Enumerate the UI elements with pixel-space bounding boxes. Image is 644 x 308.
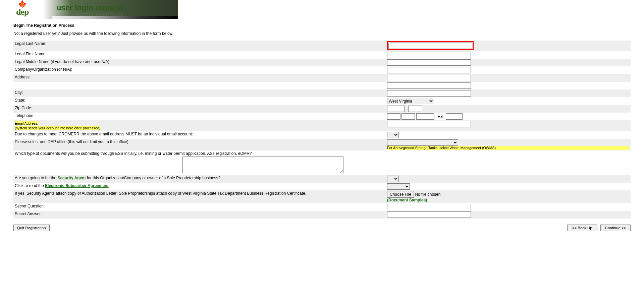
intro-text: Not a registered user yet? Just provide …	[13, 31, 631, 36]
ext-label: Ext:	[438, 114, 445, 119]
address1-input[interactable]	[387, 75, 471, 81]
security-agent-select[interactable]	[387, 176, 399, 182]
doc-type-textarea[interactable]	[182, 157, 343, 173]
secret-question-input[interactable]	[387, 204, 471, 210]
address2-input[interactable]	[387, 82, 471, 89]
zip1-input[interactable]	[387, 106, 405, 112]
dep-office-select[interactable]	[387, 139, 458, 146]
label-address: Address:	[13, 74, 386, 82]
first-name-input[interactable]	[387, 52, 471, 58]
ext-input[interactable]	[446, 113, 463, 120]
cromerr-select[interactable]	[387, 132, 399, 138]
banner-stripe	[52, 16, 178, 19]
label-secret-q: Secret Question:	[13, 203, 386, 211]
back-up-button[interactable]: << Back Up	[567, 225, 597, 231]
security-agent-link[interactable]: Security Agent	[57, 176, 86, 180]
label-state: State:	[13, 97, 386, 105]
esa-link[interactable]: Electronic Subscriber Agreement	[45, 183, 109, 188]
label-telephone: Telephone:	[13, 113, 386, 120]
tel3-input[interactable]	[416, 113, 434, 120]
security-agent-post: for this Organization/Company or owner o…	[86, 176, 221, 180]
label-attach: If yes, Security Agents attach copy of A…	[13, 190, 386, 203]
banner-title: user login request	[56, 3, 123, 12]
label-email-note: (system sends your account info here onc…	[15, 126, 100, 130]
logo-text: dep	[16, 8, 29, 16]
esa-pre: Click to read the	[15, 183, 45, 188]
label-city: City:	[13, 89, 386, 97]
company-input[interactable]	[387, 67, 471, 73]
secret-answer-input[interactable]	[387, 211, 471, 218]
label-address2	[13, 82, 386, 89]
label-cromerr: Due to changes to meet CROMERR the above…	[13, 131, 386, 139]
label-company: Company/Organization (or N/A):	[13, 66, 386, 74]
section-heading: Begin The Registration Process	[13, 23, 631, 28]
label-last-name: Legal Last Name:	[13, 41, 386, 51]
document-samples-link[interactable]: (Document Samples)	[387, 198, 427, 202]
continue-button[interactable]: Continue >>	[600, 225, 631, 231]
label-email: Email Address:	[15, 121, 38, 125]
label-middle-name: Legal Middle Name (if you do not have on…	[13, 59, 386, 66]
zip-sep: -	[405, 107, 408, 111]
city-input[interactable]	[387, 90, 471, 97]
dep-office-note: For Aboveground Storage Tanks, select Wa…	[387, 146, 629, 150]
label-dep-office: Please select one DEP office (this will …	[13, 139, 386, 150]
choose-file-button[interactable]: Choose File	[387, 191, 414, 198]
dep-logo: 🍁 dep	[16, 1, 29, 16]
zip2-input[interactable]	[408, 106, 422, 112]
middle-name-input[interactable]	[387, 59, 471, 66]
tel1-input[interactable]	[387, 113, 400, 120]
last-name-input[interactable]	[388, 43, 472, 49]
state-select[interactable]: West Virginia	[387, 98, 434, 104]
header-banner: 🍁 dep user login request user login requ…	[13, 0, 178, 19]
label-first-name: Legal First Name:	[13, 51, 386, 59]
label-doc-type: Which type of documents will you be subm…	[15, 151, 252, 156]
registration-form: Legal Last Name: Legal First Name: Legal…	[13, 41, 631, 219]
quit-registration-button[interactable]: Quit Registration	[13, 225, 50, 231]
label-zip: Zip Code:	[13, 105, 386, 113]
esa-select[interactable]	[387, 183, 410, 190]
no-file-chosen: No file chosen	[415, 192, 440, 197]
security-agent-pre: Are you going to be the	[15, 176, 57, 180]
last-name-highlight	[387, 41, 474, 50]
email-input[interactable]	[387, 121, 471, 127]
tel2-input[interactable]	[401, 113, 415, 120]
label-secret-a: Secret Answer:	[13, 211, 386, 219]
